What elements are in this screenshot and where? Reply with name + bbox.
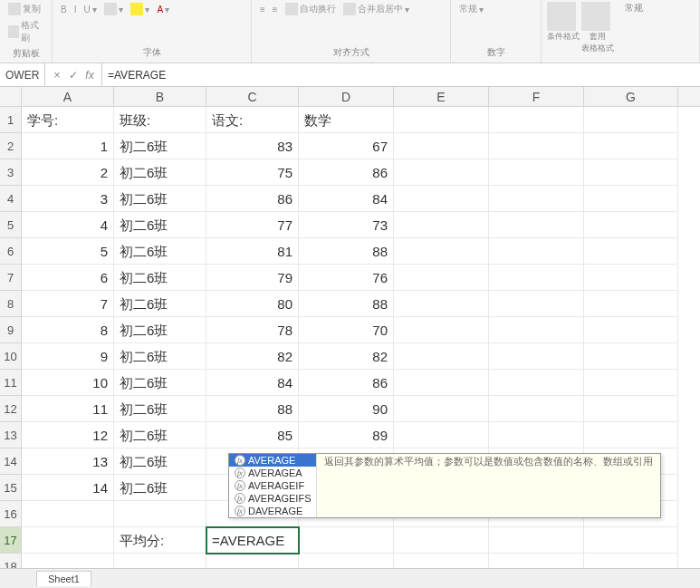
cell-F12[interactable] <box>489 396 584 422</box>
fx-button[interactable]: fx <box>83 69 96 82</box>
col-header-G[interactable]: G <box>584 87 678 106</box>
cell-E2[interactable] <box>394 133 489 159</box>
cell-B7[interactable]: 初二6班 <box>114 265 206 291</box>
cell-D7[interactable]: 76 <box>299 265 394 291</box>
row-header-8[interactable]: 8 <box>0 291 22 317</box>
cell-F11[interactable] <box>489 370 584 396</box>
cell-D10[interactable]: 82 <box>299 343 394 370</box>
cell-A17[interactable] <box>22 527 114 554</box>
name-box[interactable]: OWER <box>0 63 45 86</box>
cell-B5[interactable]: 初二6班 <box>114 212 206 238</box>
cell-G5[interactable] <box>584 212 678 238</box>
cell-C17-active[interactable]: =AVERAGE <box>206 527 299 554</box>
row-header-11[interactable]: 11 <box>0 370 22 396</box>
cell-D8[interactable]: 88 <box>299 291 394 317</box>
cell-G17[interactable] <box>584 527 678 554</box>
cell-B15[interactable]: 初二6班 <box>114 475 206 501</box>
cell-D17[interactable] <box>299 527 394 554</box>
cell-A1[interactable]: 学号: <box>22 107 114 133</box>
cell-A15[interactable]: 14 <box>22 475 114 501</box>
cell-A2[interactable]: 1 <box>22 133 114 159</box>
cell-B10[interactable]: 初二6班 <box>114 343 206 370</box>
row-header-1[interactable]: 1 <box>0 107 22 133</box>
row-header-14[interactable]: 14 <box>0 448 22 475</box>
cell-E8[interactable] <box>394 291 489 317</box>
cell-B13[interactable]: 初二6班 <box>114 422 206 448</box>
cell-A14[interactable]: 13 <box>22 448 114 475</box>
cell-C7[interactable]: 79 <box>206 265 299 291</box>
autocomplete-item-averageifs[interactable]: fxAVERAGEIFS <box>229 492 316 505</box>
col-header-A[interactable]: A <box>22 87 114 106</box>
cell-E7[interactable] <box>394 265 489 291</box>
row-header-4[interactable]: 4 <box>0 186 22 212</box>
cell-G9[interactable] <box>584 317 678 343</box>
col-header-E[interactable]: E <box>394 87 489 106</box>
row-header-2[interactable]: 2 <box>0 133 22 159</box>
cell-G13[interactable] <box>584 422 678 448</box>
align-mid-button[interactable]: ≡ <box>270 2 281 16</box>
number-format-dropdown[interactable]: 常规 ▾ <box>456 2 535 16</box>
row-header-12[interactable]: 12 <box>0 396 22 422</box>
cell-A4[interactable]: 3 <box>22 186 114 212</box>
cell-A16[interactable] <box>22 501 114 527</box>
cell-B12[interactable]: 初二6班 <box>114 396 206 422</box>
wrap-text-button[interactable]: 自动换行 <box>283 2 339 16</box>
font-color-button[interactable]: A▾ <box>154 2 172 16</box>
cell-B11[interactable]: 初二6班 <box>114 370 206 396</box>
cell-A6[interactable]: 5 <box>22 238 114 265</box>
cell-D2[interactable]: 67 <box>299 133 394 159</box>
bold-button[interactable]: B <box>58 2 70 16</box>
cell-C1[interactable]: 语文: <box>206 107 299 133</box>
cell-F6[interactable] <box>489 238 584 265</box>
cell-B16[interactable] <box>114 501 206 527</box>
cell-D5[interactable]: 73 <box>299 212 394 238</box>
border-button[interactable]: ▾ <box>101 2 126 16</box>
cell-D6[interactable]: 88 <box>299 238 394 265</box>
cell-G12[interactable] <box>584 396 678 422</box>
cell-D13[interactable]: 89 <box>299 422 394 448</box>
cell-A12[interactable]: 11 <box>22 396 114 422</box>
row-header-7[interactable]: 7 <box>0 265 22 291</box>
cell-F7[interactable] <box>489 265 584 291</box>
formula-input[interactable]: =AVERAGE <box>102 69 700 82</box>
row-header-17[interactable]: 17 <box>0 527 22 554</box>
align-top-button[interactable]: ≡ <box>257 2 268 16</box>
cell-C6[interactable]: 81 <box>206 238 299 265</box>
cell-style-normal[interactable]: 常规 <box>625 3 643 13</box>
cell-G2[interactable] <box>584 133 678 159</box>
cell-C4[interactable]: 86 <box>206 186 299 212</box>
cell-G3[interactable] <box>584 159 678 186</box>
cell-A7[interactable]: 6 <box>22 265 114 291</box>
cell-B1[interactable]: 班级: <box>114 107 206 133</box>
cell-F10[interactable] <box>489 343 584 370</box>
cell-F17[interactable] <box>489 527 584 554</box>
fill-color-button[interactable]: ▾ <box>128 2 152 16</box>
formula-cancel-button[interactable]: × <box>51 69 63 82</box>
cell-A5[interactable]: 4 <box>22 212 114 238</box>
cell-G6[interactable] <box>584 238 678 265</box>
cell-D12[interactable]: 90 <box>299 396 394 422</box>
cell-E9[interactable] <box>394 317 489 343</box>
cell-E17[interactable] <box>394 527 489 554</box>
format-painter-button[interactable]: 格式刷 <box>5 18 46 45</box>
col-header-F[interactable]: F <box>489 87 584 106</box>
copy-button[interactable]: 复制 <box>5 2 46 16</box>
cell-C10[interactable]: 82 <box>206 343 299 370</box>
cell-E4[interactable] <box>394 186 489 212</box>
cell-A3[interactable]: 2 <box>22 159 114 186</box>
cell-B14[interactable]: 初二6班 <box>114 448 206 475</box>
cell-G11[interactable] <box>584 370 678 396</box>
cell-D4[interactable]: 84 <box>299 186 394 212</box>
cell-A9[interactable]: 8 <box>22 317 114 343</box>
cell-C11[interactable]: 84 <box>206 370 299 396</box>
autocomplete-item-average[interactable]: fxAVERAGE <box>229 454 316 467</box>
cell-D9[interactable]: 70 <box>299 317 394 343</box>
cell-C9[interactable]: 78 <box>206 317 299 343</box>
autocomplete-item-averageif[interactable]: fxAVERAGEIF <box>229 479 316 492</box>
cell-C8[interactable]: 80 <box>206 291 299 317</box>
cell-E11[interactable] <box>394 370 489 396</box>
cell-D11[interactable]: 86 <box>299 370 394 396</box>
autocomplete-item-averagea[interactable]: fxAVERAGEA <box>229 467 316 479</box>
cell-B9[interactable]: 初二6班 <box>114 317 206 343</box>
underline-button[interactable]: U ▾ <box>81 2 100 16</box>
